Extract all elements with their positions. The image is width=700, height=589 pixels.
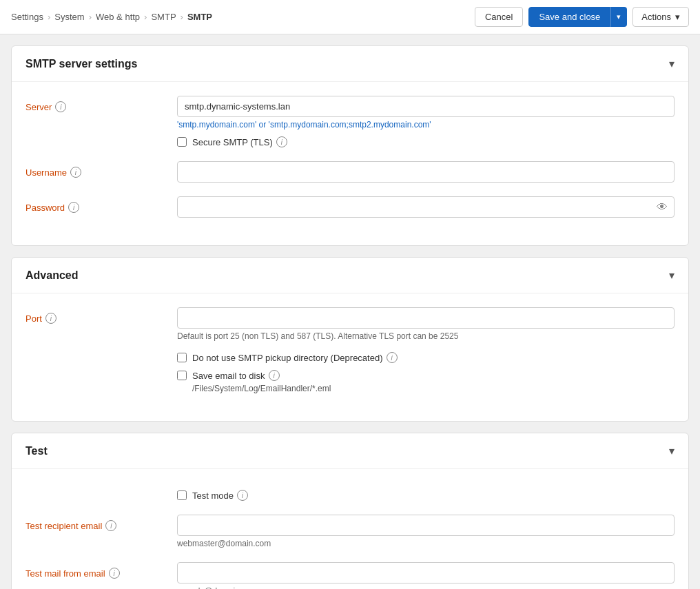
port-label: Port i [25, 307, 163, 324]
test-mode-label-spacer [25, 483, 163, 488]
username-label: Username i [25, 161, 163, 178]
server-info-icon[interactable]: i [55, 101, 66, 112]
save-and-close-button[interactable]: Save and close [528, 7, 610, 27]
save-email-row: Save email to disk i [177, 370, 675, 381]
no-pickup-checkbox[interactable] [177, 353, 187, 362]
advanced-title: Advanced [25, 269, 78, 282]
port-row: Port i Default is port 25 (non TLS) and … [25, 307, 675, 393]
test-mode-checkbox-label: Test mode i [192, 490, 248, 501]
actions-button[interactable]: Actions ▾ [632, 7, 689, 27]
smtp-server-chevron-icon: ▾ [669, 57, 675, 70]
smtp-server-card-body: Server i 'smtp.mydomain.com' or 'smtp.my… [12, 82, 688, 245]
recipient-hint: webmaster@domain.com [177, 539, 675, 548]
main-content: SMTP server settings ▾ Server i 'smtp.my… [0, 34, 700, 589]
from-email-row: Test mail from email i noreply@domain.co… [25, 562, 675, 589]
advanced-chevron-icon: ▾ [669, 269, 675, 282]
server-hint: 'smtp.mydomain.com' or 'smtp.mydomain.co… [177, 120, 675, 130]
password-wrap: 👁 [177, 196, 675, 218]
actions-label: Actions [641, 12, 671, 22]
breadcrumb-web[interactable]: Web & http [96, 12, 140, 22]
server-label: Server i [25, 96, 163, 112]
eye-icon[interactable]: 👁 [657, 201, 668, 214]
username-info-icon[interactable]: i [70, 167, 81, 178]
breadcrumb: Settings › System › Web & http › SMTP › … [11, 12, 212, 22]
breadcrumb-settings[interactable]: Settings [11, 12, 43, 22]
test-card-body: Test mode i Test recipient email i webma… [12, 469, 688, 589]
recipient-label: Test recipient email i [25, 515, 163, 531]
save-and-close-arrow-button[interactable]: ▾ [610, 7, 627, 27]
breadcrumb-system[interactable]: System [54, 12, 84, 22]
password-row: Password i 👁 [25, 196, 675, 218]
breadcrumb-smtp-current: SMTP [187, 12, 212, 22]
from-email-info-icon[interactable]: i [109, 568, 120, 579]
server-row: Server i 'smtp.mydomain.com' or 'smtp.my… [25, 96, 675, 147]
test-card-header[interactable]: Test ▾ [12, 433, 688, 469]
breadcrumb-sep-4: › [181, 12, 183, 22]
secure-smtp-info-icon[interactable]: i [276, 136, 287, 147]
breadcrumb-sep-3: › [144, 12, 147, 22]
username-input[interactable] [177, 161, 675, 183]
no-pickup-label: Do not use SMTP pickup directory (Deprec… [192, 352, 398, 363]
breadcrumb-smtp-parent[interactable]: SMTP [151, 12, 176, 22]
smtp-server-title: SMTP server settings [25, 58, 137, 70]
no-pickup-row: Do not use SMTP pickup directory (Deprec… [177, 352, 675, 363]
server-input[interactable] [177, 96, 675, 117]
password-control-wrap: 👁 [177, 196, 675, 218]
actions-chevron-icon: ▾ [675, 12, 680, 22]
top-actions: Cancel Save and close ▾ Actions ▾ [475, 7, 689, 27]
from-email-control-wrap: noreply@domain.com [177, 562, 675, 589]
save-and-close-group: Save and close ▾ [528, 7, 627, 27]
username-control-wrap [177, 161, 675, 183]
file-path: /Files/System/Log/EmailHandler/*.eml [192, 384, 675, 393]
test-mode-info-icon[interactable]: i [237, 490, 248, 501]
port-control-wrap: Default is port 25 (non TLS) and 587 (TL… [177, 307, 675, 393]
test-chevron-icon: ▾ [669, 444, 675, 457]
save-email-checkbox[interactable] [177, 371, 187, 380]
smtp-server-card: SMTP server settings ▾ Server i 'smtp.my… [11, 45, 689, 246]
recipient-info-icon[interactable]: i [105, 520, 116, 531]
from-email-hint: noreply@domain.com [177, 586, 675, 589]
test-mode-control-wrap: Test mode i [177, 483, 675, 501]
test-card: Test ▾ Test mode i [11, 433, 689, 589]
smtp-server-card-header[interactable]: SMTP server settings ▾ [12, 46, 688, 82]
no-pickup-info-icon[interactable]: i [387, 352, 398, 363]
secure-smtp-label: Secure SMTP (TLS) i [192, 136, 287, 147]
recipient-control-wrap: webmaster@domain.com [177, 515, 675, 548]
breadcrumb-sep-2: › [89, 12, 92, 22]
port-info-icon[interactable]: i [45, 313, 56, 324]
from-email-label: Test mail from email i [25, 562, 163, 579]
save-email-info-icon[interactable]: i [269, 370, 280, 381]
password-input[interactable] [177, 196, 675, 218]
test-mode-row: Test mode i [25, 483, 675, 501]
recipient-input[interactable] [177, 515, 675, 536]
test-title: Test [25, 445, 48, 457]
top-bar: Settings › System › Web & http › SMTP › … [0, 0, 700, 34]
from-email-input[interactable] [177, 562, 675, 583]
secure-smtp-checkbox[interactable] [177, 137, 187, 147]
cancel-button[interactable]: Cancel [475, 7, 523, 27]
advanced-card-body: Port i Default is port 25 (non TLS) and … [12, 293, 688, 421]
test-mode-checkbox-row: Test mode i [177, 490, 675, 501]
recipient-row: Test recipient email i webmaster@domain.… [25, 515, 675, 548]
test-mode-checkbox[interactable] [177, 490, 187, 500]
port-input[interactable] [177, 307, 675, 329]
port-hint: Default is port 25 (non TLS) and 587 (TL… [177, 331, 675, 341]
server-control-wrap: 'smtp.mydomain.com' or 'smtp.mydomain.co… [177, 96, 675, 147]
advanced-card: Advanced ▾ Port i Default is port 25 (no… [11, 257, 689, 422]
password-label: Password i [25, 196, 163, 213]
username-row: Username i [25, 161, 675, 183]
secure-smtp-row: Secure SMTP (TLS) i [177, 136, 675, 147]
breadcrumb-sep-1: › [48, 12, 50, 22]
advanced-card-header[interactable]: Advanced ▾ [12, 258, 688, 293]
password-info-icon[interactable]: i [68, 202, 79, 213]
save-email-label: Save email to disk i [192, 370, 280, 381]
